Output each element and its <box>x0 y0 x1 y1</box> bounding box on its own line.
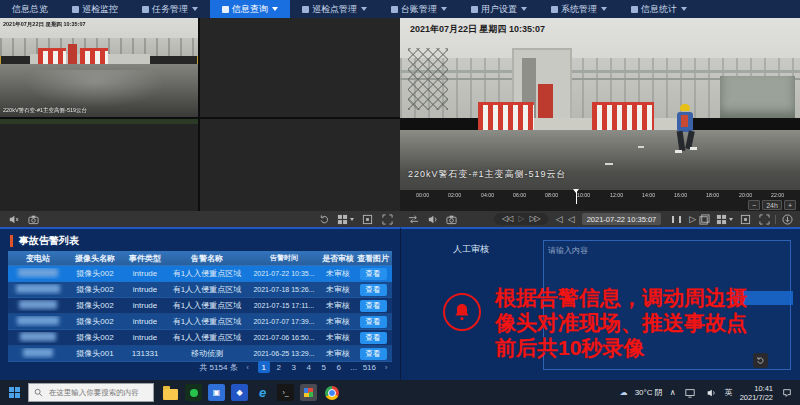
pause-icon[interactable] <box>669 212 683 226</box>
taskbar-clock[interactable]: 10:41 2021/7/22 <box>740 384 773 402</box>
nav-item-label: 信息查询 <box>232 3 268 16</box>
playback-video[interactable]: 2021年07月22日 星期四 10:35:07 220kV警石变-#1主变高侧… <box>400 18 800 190</box>
view-image-button[interactable]: 查看 <box>360 268 387 280</box>
view-image-button[interactable]: 查看 <box>360 316 387 328</box>
page-button[interactable]: 5 <box>318 361 330 373</box>
video-cell-2[interactable] <box>200 18 400 117</box>
video-cell-4[interactable] <box>200 119 400 211</box>
ime-indicator[interactable]: 英 <box>725 387 733 398</box>
timeline-tick: 12:00 <box>610 192 623 198</box>
column-header: 是否审核 <box>322 253 354 264</box>
layout-grid-icon[interactable] <box>337 212 354 226</box>
start-button[interactable] <box>0 380 28 405</box>
video-cell-3[interactable] <box>0 119 198 211</box>
chevron-down-icon <box>192 7 198 11</box>
table-row[interactable]: 摄像头002intrude有1人入侵重点区域2021-07-15 17:11..… <box>8 298 392 314</box>
zoom-out-button[interactable]: − <box>748 200 760 210</box>
single-view-icon[interactable] <box>360 212 374 226</box>
internet-explorer-icon[interactable]: e <box>254 384 271 401</box>
audio-icon[interactable] <box>425 212 439 226</box>
weather-text[interactable]: 30°C 阴 <box>635 387 663 398</box>
redacted-text <box>20 332 56 341</box>
page-button[interactable]: 1 <box>258 361 270 373</box>
nav-item-ledger-mgmt[interactable]: 台账管理 <box>379 0 459 18</box>
nav-item-overview[interactable]: 信息总览 <box>0 0 60 18</box>
view-image-button[interactable]: 查看 <box>360 300 387 312</box>
cell-alarm-name: 移动侦测 <box>168 348 246 359</box>
nav-item-patrol-monitor[interactable]: 巡检监控 <box>60 0 130 18</box>
frame-back2-icon[interactable]: ◁ <box>568 215 574 224</box>
cell-camera: 摄像头002 <box>68 284 122 295</box>
view-image-button[interactable]: 查看 <box>360 332 387 344</box>
display-icon[interactable] <box>683 386 697 400</box>
nav-item-patrol-point-mgmt[interactable]: 巡检点管理 <box>290 0 379 18</box>
search-input[interactable] <box>47 387 148 398</box>
file-explorer-icon[interactable] <box>162 384 179 401</box>
play-small-icon[interactable]: ▷ <box>518 215 523 223</box>
blue-app-icon[interactable]: ▣ <box>208 384 225 401</box>
volume-icon[interactable] <box>704 386 718 400</box>
nav-item-info-query[interactable]: 信息查询 <box>210 0 290 18</box>
fullscreen-icon[interactable] <box>380 212 394 226</box>
page-button[interactable]: 3 <box>288 361 300 373</box>
frame-back-icon[interactable]: ◁ <box>556 215 562 224</box>
chevron-down-icon <box>729 218 733 221</box>
playback-timeline[interactable]: 00:0002:0004:0006:0008:0010:0012:0014:00… <box>400 190 800 211</box>
layout-grid-icon[interactable] <box>716 212 733 226</box>
multi-window-icon[interactable] <box>697 212 711 226</box>
nav-item-task-mgmt[interactable]: 任务管理 <box>130 0 210 18</box>
cell-view-action: 查看 <box>354 316 392 328</box>
table-row[interactable]: 摄像头001131331移动侦测2021-06-25 13:29...未审核查看 <box>8 346 392 362</box>
cycle-icon[interactable] <box>317 212 331 226</box>
range-label: 24h <box>762 200 782 210</box>
notification-center-icon[interactable] <box>780 386 794 400</box>
redacted-text <box>17 316 59 325</box>
table-row[interactable]: 摄像头002intrude有1人入侵重点区域2021-07-18 15:26..… <box>8 282 392 298</box>
snapshot-camera-icon[interactable] <box>444 212 458 226</box>
timeline-playhead[interactable] <box>576 190 577 204</box>
cell-event-type: 131331 <box>122 349 168 358</box>
play-icon[interactable]: ▷ <box>689 215 695 224</box>
timeline-ticks: 00:0002:0004:0006:0008:0010:0012:0014:00… <box>410 192 790 203</box>
nav-item-system-mgmt[interactable]: 系统管理 <box>539 0 619 18</box>
audio-mute-icon[interactable] <box>6 212 20 226</box>
download-icon[interactable] <box>780 212 794 226</box>
media-app-icon[interactable] <box>300 384 317 401</box>
floating-widget[interactable] <box>753 353 768 368</box>
zoom-in-button[interactable]: + <box>784 200 796 210</box>
skip-back-icon[interactable]: ◁◁ <box>502 215 512 223</box>
next-page-button[interactable]: › <box>380 361 392 373</box>
fullscreen-icon[interactable] <box>757 212 771 226</box>
single-view-icon[interactable] <box>738 212 752 226</box>
video-cell-1[interactable]: 2021年07月22日 星期四 10:35:07 220kV警石变-#1主变高侧… <box>0 18 198 117</box>
page-button[interactable]: 4 <box>303 361 315 373</box>
cell-alarm-time: 2021-07-07 17:39... <box>246 318 322 325</box>
cell-review-status: 未审核 <box>322 348 354 359</box>
nav-item-info-stats[interactable]: 信息统计 <box>619 0 699 18</box>
view-image-button[interactable]: 查看 <box>360 284 387 296</box>
cell-review-status: 未审核 <box>322 316 354 327</box>
console-icon[interactable]: ›_ <box>277 384 294 401</box>
taskbar-search[interactable] <box>28 383 154 402</box>
hidden-icons-chevron[interactable]: ∧ <box>670 388 676 397</box>
page-button[interactable]: 516 <box>363 361 376 373</box>
page-button[interactable]: 2 <box>273 361 285 373</box>
prev-page-button[interactable]: ‹ <box>242 361 254 373</box>
page-button[interactable]: 6 <box>333 361 345 373</box>
blue-app2-icon[interactable]: ◆ <box>231 384 248 401</box>
nav-item-user-settings[interactable]: 用户设置 <box>459 0 539 18</box>
chrome-icon[interactable] <box>323 384 340 401</box>
stream-switch-icon[interactable] <box>406 212 420 226</box>
gear-icon <box>551 6 558 13</box>
skip-forward-icon[interactable]: ▷▷ <box>529 215 539 223</box>
annotation-text: 根据告警信息，调动周边摄 像头对准现场、推送事故点 前后共10秒录像 <box>495 285 795 360</box>
green-app-icon[interactable] <box>185 384 202 401</box>
task-icon <box>142 6 149 13</box>
cell-substation-redacted <box>8 316 68 327</box>
table-row[interactable]: 摄像头002intrude有1人入侵重点区域2021-07-06 16:50..… <box>8 330 392 346</box>
snapshot-camera-icon[interactable] <box>26 212 40 226</box>
table-row[interactable]: 摄像头002intrude有1人入侵重点区域2021-07-22 10:35..… <box>8 266 392 282</box>
view-image-button[interactable]: 查看 <box>360 348 387 360</box>
timeline-tick: 00:00 <box>416 192 429 198</box>
table-row[interactable]: 摄像头002intrude有1人入侵重点区域2021-07-07 17:39..… <box>8 314 392 330</box>
